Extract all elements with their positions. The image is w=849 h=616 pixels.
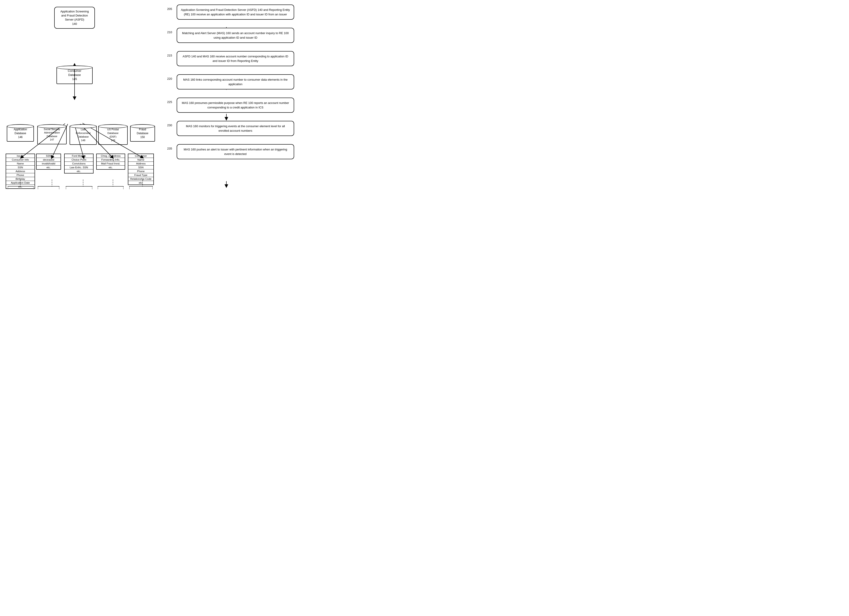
step-215-box: ASFD 140 and MAS 160 receive account num… — [177, 51, 294, 66]
fraud-row: SSN — [128, 165, 153, 170]
fraud-row: Consumer — [128, 154, 153, 158]
table-law: Ford Motors Choice Point Convictions Law… — [64, 153, 94, 174]
step-215-number: 215 — [167, 51, 177, 57]
step-210-row: 210 Matching and Alert Server (MAS) 160 … — [167, 28, 420, 43]
fraud-row: Phone — [128, 170, 153, 173]
usps-row: Forwarding Info. — [97, 158, 125, 162]
db-applic-label: ApplicationDatabase146 — [14, 128, 27, 139]
step-235-box: MAS 160 pushes an alert to issuer with p… — [177, 144, 294, 159]
step-210-number: 210 — [167, 28, 177, 34]
ssa-row: SSN — [37, 154, 61, 158]
step-230-number: 230 — [167, 121, 177, 127]
step-225-row: 225 MAS 160 presumes permissible purpose… — [167, 98, 420, 113]
right-panel: 205 Application Screening and Fraud Dete… — [158, 4, 420, 304]
db-law: LawEnforcementDatabase148 — [70, 124, 97, 145]
usps-row: Chng. of address — [97, 154, 125, 158]
law-row: etc. — [65, 170, 93, 173]
db-usps: US PostalDatabase(DSF)149 — [98, 124, 128, 145]
applic-row: Phone — [6, 173, 34, 177]
db-usps-label: US PostalDatabase(DSF)149 — [107, 128, 119, 141]
step-205-row: 205 Application Screening and Fraud Dete… — [167, 4, 420, 20]
fraud-row: Name — [128, 158, 153, 162]
table-usps: Chng. of address Forwarding Info. Mail F… — [96, 153, 125, 170]
applic-row: Birthday — [6, 177, 34, 181]
step-225-number: 225 — [167, 98, 177, 104]
step-235-row: 235 MAS 160 pushes an alert to issuer wi… — [167, 144, 420, 159]
step-225-box: MAS 160 presumes permissible purpose whe… — [177, 98, 294, 113]
step-210-box: Matching and Alert Server (MAS) 160 send… — [177, 28, 294, 43]
asfd-box: Application Screening and Fraud Detectio… — [54, 7, 95, 29]
applic-row: SSN — [6, 165, 34, 170]
step-220-number: 220 — [167, 74, 177, 80]
step-235-number: 235 — [167, 144, 177, 150]
fraud-row: Fraud Type — [128, 173, 153, 177]
table-applic: Issuer Consumer Info Name SSN Address Ph… — [6, 153, 35, 189]
applic-row: etc. — [6, 185, 34, 188]
fraud-row: Address — [128, 162, 153, 165]
step-205-box: Application Screening and Fraud Detectio… — [177, 4, 294, 20]
applic-row: Issuer — [6, 154, 34, 158]
table-fraud: Consumer Name Address SSN Phone Fraud Ty… — [128, 153, 154, 185]
usps-row: etc. — [97, 165, 125, 169]
ssa-row: invalid/valid — [37, 162, 61, 165]
asfd-label: Application Screening and Fraud Detectio… — [60, 10, 89, 25]
usps-row: Mail Fraud Invst. — [97, 162, 125, 165]
step-215-row: 215 ASFD 140 and MAS 160 receive account… — [167, 51, 420, 66]
db-applic: ApplicationDatabase146 — [7, 124, 34, 141]
ssa-row: deceased — [37, 158, 61, 162]
step-205-number: 205 — [167, 4, 177, 10]
db-fraud: FraudDatabase150 — [130, 124, 155, 141]
step-230-box: MAS 160 monitors for triggering events a… — [177, 121, 294, 136]
consumer-db: ConsumerDatabase145 — [57, 65, 92, 84]
applic-row: Application Date — [6, 181, 34, 185]
consumer-db-label: ConsumerDatabase145 — [68, 69, 81, 80]
fraud-row: etc. — [128, 181, 153, 185]
ssa-row: etc. — [37, 165, 61, 169]
left-panel: Application Screening and Fraud Detectio… — [4, 4, 158, 304]
db-fraud-label: FraudDatabase150 — [137, 128, 148, 139]
db-ssa-label: Social SecurityAdministrationDatabase147 — [44, 128, 60, 141]
table-ssa: SSN deceased invalid/valid etc. — [36, 153, 61, 170]
step-230-row: 230 MAS 160 monitors for triggering even… — [167, 121, 420, 136]
applic-row: Name — [6, 162, 34, 165]
fraud-row: Relationship Code — [128, 177, 153, 181]
law-row: Convictions — [65, 162, 93, 165]
applic-row: Address — [6, 170, 34, 173]
step-220-box: MAS 160 links corresponding account numb… — [177, 74, 294, 89]
applic-row: Consumer Info — [6, 158, 34, 162]
db-ssa: Social SecurityAdministrationDatabase147 — [37, 124, 67, 144]
db-law-label: LawEnforcementDatabase148 — [76, 128, 90, 141]
step-220-row: 220 MAS 160 links corresponding account … — [167, 74, 420, 89]
law-row: Ford Motors — [65, 154, 93, 158]
law-row: Choice Point — [65, 158, 93, 162]
law-row: Law Enfrc. SSN — [65, 165, 93, 170]
